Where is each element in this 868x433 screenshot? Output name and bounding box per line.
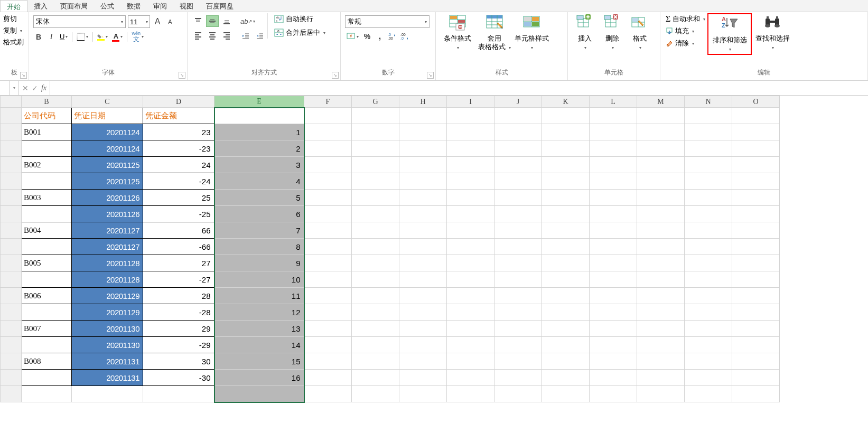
cell[interactable] (352, 386, 399, 402)
cell[interactable] (304, 321, 352, 337)
cell[interactable] (352, 321, 399, 337)
cell[interactable] (637, 304, 685, 321)
cell[interactable] (685, 288, 732, 304)
cell[interactable] (494, 304, 542, 321)
alignment-dialog-launcher[interactable]: ↘ (332, 72, 339, 79)
select-all-corner[interactable] (1, 96, 22, 108)
cell[interactable] (685, 321, 732, 337)
cell[interactable] (590, 288, 637, 304)
cell[interactable] (590, 206, 637, 222)
column-header-H[interactable]: H (399, 96, 447, 108)
cell[interactable]: 20201126 (72, 190, 143, 206)
row-header[interactable] (1, 157, 22, 173)
cell[interactable] (447, 222, 494, 239)
cell[interactable] (447, 255, 494, 271)
cell[interactable] (732, 173, 780, 190)
cell[interactable] (542, 370, 590, 386)
cell[interactable]: 凭证日期 (72, 108, 143, 124)
cell[interactable] (685, 124, 732, 140)
cell[interactable] (732, 321, 780, 337)
cell[interactable] (542, 157, 590, 173)
cell[interactable]: 20201127 (72, 239, 143, 255)
spreadsheet-grid[interactable]: BCDEFGHIJKLMNO 公司代码凭证日期凭证金额B001202011242… (0, 96, 868, 403)
cell[interactable] (542, 108, 590, 124)
cell[interactable] (447, 157, 494, 173)
font-size-select[interactable]: 11 ▾ (128, 15, 150, 28)
cell[interactable] (304, 206, 352, 222)
cell[interactable] (685, 255, 732, 271)
cell[interactable] (542, 337, 590, 353)
cell[interactable] (447, 288, 494, 304)
cell[interactable] (637, 353, 685, 370)
row-header[interactable] (1, 255, 22, 271)
cell[interactable] (494, 140, 542, 157)
cell[interactable] (637, 386, 685, 402)
cell[interactable] (542, 239, 590, 255)
cell[interactable]: -66 (143, 239, 214, 255)
insert-cells-button[interactable]: 插入▾ (571, 13, 599, 52)
cell[interactable]: 20201124 (72, 140, 143, 157)
cell[interactable] (143, 386, 214, 402)
cell[interactable] (304, 304, 352, 321)
cell[interactable] (304, 239, 352, 255)
cell[interactable] (637, 288, 685, 304)
cell[interactable] (542, 222, 590, 239)
cell[interactable] (494, 353, 542, 370)
cell[interactable]: 20201127 (72, 222, 143, 239)
cell[interactable] (637, 108, 685, 124)
cell[interactable]: 13 (214, 321, 304, 337)
cell[interactable] (399, 370, 447, 386)
table-format-button[interactable]: 套用表格格式 ▾ (476, 13, 513, 52)
row-header[interactable] (1, 353, 22, 370)
tab-home[interactable]: 开始 (0, 0, 27, 12)
confirm-formula-button[interactable]: ✓ (32, 84, 38, 92)
underline-button[interactable]: U▾ (59, 33, 69, 41)
cell[interactable] (542, 173, 590, 190)
cell[interactable]: B008 (22, 353, 72, 370)
decrease-indent-button[interactable] (239, 30, 252, 42)
cell[interactable] (304, 222, 352, 239)
cell[interactable]: 16 (214, 370, 304, 386)
cell-styles-button[interactable]: 单元格样式▾ (513, 13, 550, 52)
cell[interactable]: 5 (214, 190, 304, 206)
cell[interactable] (304, 337, 352, 353)
cell[interactable]: 9 (214, 255, 304, 271)
cell[interactable]: 20201124 (72, 124, 143, 140)
align-top-button[interactable] (192, 15, 204, 27)
cell[interactable] (590, 304, 637, 321)
cell[interactable]: 20201131 (72, 370, 143, 386)
cell[interactable] (590, 239, 637, 255)
cell[interactable] (542, 386, 590, 402)
cell[interactable] (732, 353, 780, 370)
copy-button[interactable]: 复制 ▾ (3, 26, 24, 35)
cell[interactable] (22, 271, 72, 288)
column-header-N[interactable]: N (685, 96, 732, 108)
cell[interactable] (494, 255, 542, 271)
row-header[interactable] (1, 337, 22, 353)
tab-review[interactable]: 审阅 (147, 0, 173, 12)
cell[interactable] (22, 304, 72, 321)
cell[interactable] (399, 190, 447, 206)
cell[interactable] (590, 255, 637, 271)
increase-decimal-button[interactable]: .0.00 (387, 31, 398, 42)
cell[interactable] (590, 190, 637, 206)
column-header-O[interactable]: O (732, 96, 780, 108)
cell[interactable] (685, 370, 732, 386)
cell[interactable] (732, 271, 780, 288)
phonetic-button[interactable]: wén 文 ▾ (130, 31, 145, 42)
cell[interactable] (590, 157, 637, 173)
cell[interactable] (494, 386, 542, 402)
cell[interactable] (542, 271, 590, 288)
cell[interactable] (399, 157, 447, 173)
cancel-formula-button[interactable]: ✕ (22, 84, 29, 92)
cell[interactable] (637, 173, 685, 190)
cell[interactable]: 14 (214, 337, 304, 353)
cell[interactable] (447, 337, 494, 353)
cell[interactable] (352, 190, 399, 206)
bold-button[interactable]: B (33, 32, 44, 42)
cell[interactable] (685, 337, 732, 353)
cell[interactable]: 15 (214, 353, 304, 370)
cell[interactable] (494, 222, 542, 239)
row-header[interactable] (1, 321, 22, 337)
cell[interactable] (399, 124, 447, 140)
